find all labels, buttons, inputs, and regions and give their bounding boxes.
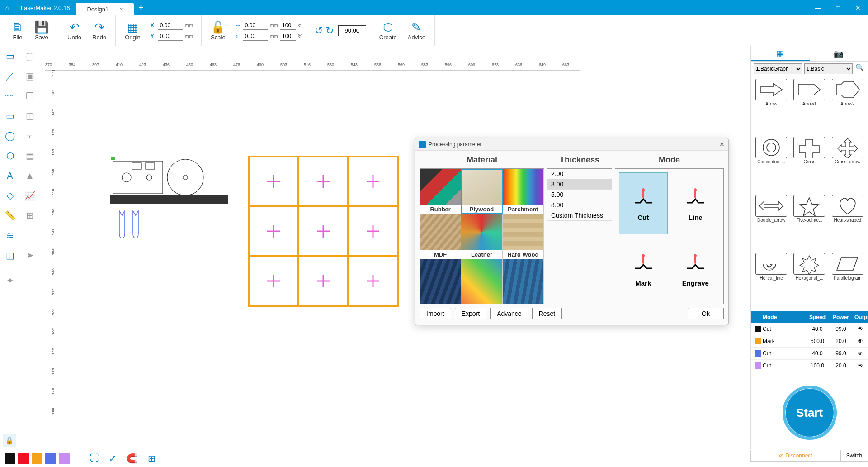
lock-canvas-button[interactable]: 🔒 [3,434,16,447]
color-swatch[interactable] [45,453,56,464]
thickness-option[interactable]: 8.00 [547,200,612,210]
zoom-fit-icon[interactable]: ⛶ [86,453,103,463]
ok-button[interactable]: Ok [688,308,724,319]
color-swatch[interactable] [32,453,42,464]
dialog-close-button[interactable]: ✕ [719,141,725,148]
tab-shapes[interactable]: ▦ [751,46,810,61]
close-tab-icon[interactable]: × [119,5,123,13]
shape-arrow2[interactable]: Arrow2 [830,79,865,134]
maximize-button[interactable]: ◻ [828,4,848,11]
shape-cross[interactable]: Cross [792,137,827,192]
eraser-tool[interactable]: ◇ [0,186,20,205]
visibility-icon[interactable]: 👁 [853,360,868,372]
marquee-tool[interactable]: ⬚ [20,46,40,66]
magnet-icon[interactable]: 🧲 [123,453,142,464]
reset-button[interactable]: Reset [532,308,562,319]
layer-row[interactable]: Cut100.020.0👁 [751,360,868,372]
new-tab-button[interactable]: + [138,3,143,13]
material-parchment[interactable]: Parchment [503,169,544,214]
height-pct-input[interactable] [280,32,296,41]
group-tool[interactable]: ▣ [20,66,40,86]
select-tool[interactable]: ▭ [0,46,20,66]
x-input[interactable] [158,21,183,30]
angle-input[interactable]: 90.00 [338,25,366,36]
visibility-icon[interactable]: 👁 [853,348,868,359]
tab-camera[interactable]: 📷 [810,46,868,61]
mirror-tool[interactable]: ▲ [20,166,40,186]
polygon-tool[interactable]: ⬡ [0,146,20,166]
color-swatch[interactable] [59,453,70,464]
start-button[interactable]: Start [783,386,837,440]
mode-cut[interactable]: Cut [619,172,668,234]
switch-button[interactable]: Switch [840,450,868,461]
align-left-tool[interactable]: ⫟ [20,126,40,146]
create-button[interactable]: ⬡Create [374,19,402,42]
material-plywood[interactable]: Plywood [461,169,502,214]
home-icon[interactable]: ⌂ [0,4,14,11]
graph-tool[interactable]: 📈 [20,186,40,205]
visibility-icon[interactable]: 👁 [853,323,868,335]
close-window-button[interactable]: ✕ [848,4,868,11]
visibility-icon[interactable]: 👁 [853,335,868,347]
effects-tool[interactable]: ✦ [0,271,20,291]
y-input[interactable] [158,32,183,41]
material-item[interactable] [503,259,544,304]
union-tool[interactable]: ◫ [20,106,40,126]
redo-button[interactable]: ↷Redo [87,19,112,42]
origin-button[interactable]: ▦Origin [119,19,146,42]
layer-row[interactable]: Cut40.099.0👁 [751,348,868,360]
mode-mark[interactable]: Mark [619,238,668,300]
distribute-tool[interactable]: ▤ [20,146,40,166]
shape-arrow[interactable]: Arrow [754,79,789,134]
thickness-option[interactable]: 5.00 [547,190,612,200]
height-input[interactable] [243,32,268,41]
mode-engrave[interactable]: Engrave [671,238,720,300]
save-button[interactable]: 💾Save [29,19,54,42]
shape-parallelogram[interactable]: Parallelogram [830,253,865,308]
color-swatch[interactable] [5,453,15,464]
shape-helical_line[interactable]: Helical_line [754,253,789,308]
material-mdf[interactable]: MDF [420,214,461,259]
shape-heart-shaped[interactable]: Heart-shaped [830,195,865,250]
cursor-tool[interactable]: ➤ [20,245,40,265]
advance-button[interactable]: Advance [490,308,528,319]
search-shapes-icon[interactable]: 🔍 [854,63,865,74]
advice-button[interactable]: ✎Advice [402,19,431,42]
shape-subcategory-select[interactable]: 1.Basic [804,63,853,74]
undo-button[interactable]: ↶Undo [62,19,87,42]
file-button[interactable]: 🗎File [6,19,29,42]
table-tool[interactable]: ⊞ [20,205,40,225]
minimize-button[interactable]: — [808,4,828,11]
line-tool[interactable]: ／ [0,66,20,86]
document-tab[interactable]: Design1 × [76,3,134,15]
layers-tool[interactable]: ≋ [0,225,20,245]
material-hard wood[interactable]: Hard Wood [503,214,544,259]
shape-arrow1[interactable]: Arrow1 [792,79,827,134]
thickness-option[interactable]: 2.00 [547,169,612,179]
thickness-option[interactable]: Custom Thickness [547,210,612,221]
material-item[interactable] [461,259,502,304]
layout-tool[interactable]: ◫ [0,245,20,265]
width-input[interactable] [243,21,268,30]
shape-concentric_...[interactable]: Concentric_... [754,137,789,192]
rotate-cw-icon[interactable]: ↻ [326,25,334,37]
rotate-ccw-icon[interactable]: ↺ [315,25,323,37]
shape-cross_arrow[interactable]: Cross_arrow [830,137,865,192]
width-pct-input[interactable] [280,21,296,30]
material-leather[interactable]: Leather [461,214,502,259]
shape-category-select[interactable]: 1.BasicGraph [754,63,802,74]
material-rubber[interactable]: Rubber [420,169,461,214]
curve-tool[interactable]: 〰 [0,86,20,106]
text-tool[interactable]: A [0,166,20,186]
shape-hexagonal_...[interactable]: Hexagonal_... [792,253,827,308]
scale-button[interactable]: 🔓Scale [205,19,231,42]
grid-toggle-icon[interactable]: ⊞ [144,453,159,464]
thickness-option[interactable]: 3.00 [547,179,612,190]
shape-double_arrow[interactable]: Double_arrow [754,195,789,250]
ellipse-tool[interactable]: ◯ [0,126,20,146]
material-item[interactable] [420,259,461,304]
layer-row[interactable]: Mark500.020.0👁 [751,335,868,348]
export-button[interactable]: Export [455,308,486,319]
measure-tool[interactable]: 📏 [0,205,20,225]
duplicate-tool[interactable]: ❐ [20,86,40,106]
